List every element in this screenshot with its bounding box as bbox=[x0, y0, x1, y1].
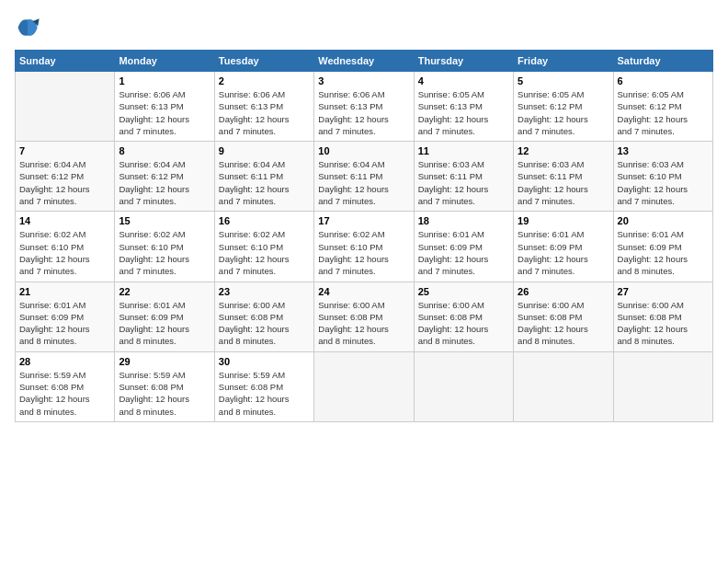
calendar-cell: 23Sunrise: 6:00 AM Sunset: 6:08 PM Dayli… bbox=[214, 282, 313, 351]
calendar-cell: 10Sunrise: 6:04 AM Sunset: 6:11 PM Dayli… bbox=[314, 142, 414, 212]
day-number: 28 bbox=[19, 356, 110, 367]
column-header-tuesday: Tuesday bbox=[214, 51, 313, 72]
day-number: 10 bbox=[318, 145, 409, 156]
calendar-cell bbox=[514, 351, 613, 421]
day-number: 4 bbox=[418, 75, 509, 86]
day-number: 29 bbox=[119, 356, 210, 367]
calendar-cell bbox=[613, 351, 712, 421]
calendar-cell: 21Sunrise: 6:01 AM Sunset: 6:09 PM Dayli… bbox=[16, 282, 115, 351]
day-number: 16 bbox=[219, 215, 310, 226]
logo bbox=[15, 15, 44, 40]
column-header-thursday: Thursday bbox=[414, 51, 513, 72]
day-number: 19 bbox=[518, 215, 609, 226]
calendar-cell: 7Sunrise: 6:04 AM Sunset: 6:12 PM Daylig… bbox=[16, 142, 115, 212]
calendar-cell: 13Sunrise: 6:03 AM Sunset: 6:10 PM Dayli… bbox=[613, 142, 712, 212]
day-info: Sunrise: 6:02 AM Sunset: 6:10 PM Dayligh… bbox=[119, 228, 210, 277]
day-number: 13 bbox=[618, 145, 709, 156]
column-header-sunday: Sunday bbox=[16, 51, 115, 72]
week-row-5: 28Sunrise: 5:59 AM Sunset: 6:08 PM Dayli… bbox=[16, 351, 713, 421]
day-info: Sunrise: 6:03 AM Sunset: 6:11 PM Dayligh… bbox=[418, 158, 509, 207]
day-info: Sunrise: 6:01 AM Sunset: 6:09 PM Dayligh… bbox=[618, 228, 709, 277]
day-number: 7 bbox=[19, 145, 110, 156]
day-number: 3 bbox=[318, 75, 409, 86]
day-number: 6 bbox=[618, 75, 709, 86]
page: SundayMondayTuesdayWednesdayThursdayFrid… bbox=[0, 0, 728, 563]
day-info: Sunrise: 6:02 AM Sunset: 6:10 PM Dayligh… bbox=[318, 228, 409, 277]
day-info: Sunrise: 6:00 AM Sunset: 6:08 PM Dayligh… bbox=[318, 299, 409, 348]
day-number: 17 bbox=[318, 215, 409, 226]
day-number: 15 bbox=[119, 215, 210, 226]
calendar-cell: 26Sunrise: 6:00 AM Sunset: 6:08 PM Dayli… bbox=[514, 282, 613, 351]
column-header-monday: Monday bbox=[115, 51, 214, 72]
week-row-3: 14Sunrise: 6:02 AM Sunset: 6:10 PM Dayli… bbox=[16, 212, 713, 282]
calendar-cell: 30Sunrise: 5:59 AM Sunset: 6:08 PM Dayli… bbox=[214, 351, 313, 421]
day-info: Sunrise: 6:00 AM Sunset: 6:08 PM Dayligh… bbox=[518, 299, 609, 348]
day-info: Sunrise: 5:59 AM Sunset: 6:08 PM Dayligh… bbox=[119, 369, 210, 418]
calendar-cell: 16Sunrise: 6:02 AM Sunset: 6:10 PM Dayli… bbox=[214, 212, 313, 282]
header bbox=[15, 15, 713, 40]
day-number: 24 bbox=[318, 286, 409, 297]
calendar-cell: 14Sunrise: 6:02 AM Sunset: 6:10 PM Dayli… bbox=[16, 212, 115, 282]
calendar-cell: 2Sunrise: 6:06 AM Sunset: 6:13 PM Daylig… bbox=[214, 72, 313, 142]
calendar-cell: 17Sunrise: 6:02 AM Sunset: 6:10 PM Dayli… bbox=[314, 212, 414, 282]
calendar-cell: 12Sunrise: 6:03 AM Sunset: 6:11 PM Dayli… bbox=[514, 142, 613, 212]
calendar-cell: 20Sunrise: 6:01 AM Sunset: 6:09 PM Dayli… bbox=[613, 212, 712, 282]
day-number: 20 bbox=[618, 215, 709, 226]
day-info: Sunrise: 5:59 AM Sunset: 6:08 PM Dayligh… bbox=[219, 369, 310, 418]
day-info: Sunrise: 6:01 AM Sunset: 6:09 PM Dayligh… bbox=[119, 299, 210, 348]
day-info: Sunrise: 6:06 AM Sunset: 6:13 PM Dayligh… bbox=[318, 88, 409, 137]
calendar-cell: 9Sunrise: 6:04 AM Sunset: 6:11 PM Daylig… bbox=[214, 142, 313, 212]
logo-icon bbox=[15, 15, 40, 40]
day-info: Sunrise: 6:00 AM Sunset: 6:08 PM Dayligh… bbox=[618, 299, 709, 348]
calendar-cell bbox=[414, 351, 513, 421]
day-number: 9 bbox=[219, 145, 310, 156]
calendar-cell: 28Sunrise: 5:59 AM Sunset: 6:08 PM Dayli… bbox=[16, 351, 115, 421]
calendar-cell bbox=[314, 351, 414, 421]
day-info: Sunrise: 6:06 AM Sunset: 6:13 PM Dayligh… bbox=[219, 88, 310, 137]
day-info: Sunrise: 6:00 AM Sunset: 6:08 PM Dayligh… bbox=[219, 299, 310, 348]
calendar-cell: 4Sunrise: 6:05 AM Sunset: 6:13 PM Daylig… bbox=[414, 72, 513, 142]
week-row-4: 21Sunrise: 6:01 AM Sunset: 6:09 PM Dayli… bbox=[16, 282, 713, 351]
day-info: Sunrise: 6:06 AM Sunset: 6:13 PM Dayligh… bbox=[119, 88, 210, 137]
day-number: 26 bbox=[518, 286, 609, 297]
calendar-cell: 1Sunrise: 6:06 AM Sunset: 6:13 PM Daylig… bbox=[115, 72, 214, 142]
day-info: Sunrise: 6:02 AM Sunset: 6:10 PM Dayligh… bbox=[19, 228, 110, 277]
calendar-cell: 15Sunrise: 6:02 AM Sunset: 6:10 PM Dayli… bbox=[115, 212, 214, 282]
day-number: 8 bbox=[119, 145, 210, 156]
day-info: Sunrise: 6:04 AM Sunset: 6:12 PM Dayligh… bbox=[19, 158, 110, 207]
calendar-cell: 29Sunrise: 5:59 AM Sunset: 6:08 PM Dayli… bbox=[115, 351, 214, 421]
column-header-wednesday: Wednesday bbox=[314, 51, 414, 72]
column-header-friday: Friday bbox=[514, 51, 613, 72]
calendar-cell: 5Sunrise: 6:05 AM Sunset: 6:12 PM Daylig… bbox=[514, 72, 613, 142]
calendar-cell: 6Sunrise: 6:05 AM Sunset: 6:12 PM Daylig… bbox=[613, 72, 712, 142]
day-info: Sunrise: 6:00 AM Sunset: 6:08 PM Dayligh… bbox=[418, 299, 509, 348]
column-header-saturday: Saturday bbox=[613, 51, 712, 72]
calendar-cell: 25Sunrise: 6:00 AM Sunset: 6:08 PM Dayli… bbox=[414, 282, 513, 351]
day-info: Sunrise: 6:01 AM Sunset: 6:09 PM Dayligh… bbox=[19, 299, 110, 348]
week-row-1: 1Sunrise: 6:06 AM Sunset: 6:13 PM Daylig… bbox=[16, 72, 713, 142]
calendar-cell: 8Sunrise: 6:04 AM Sunset: 6:12 PM Daylig… bbox=[115, 142, 214, 212]
calendar-cell: 18Sunrise: 6:01 AM Sunset: 6:09 PM Dayli… bbox=[414, 212, 513, 282]
calendar-cell: 3Sunrise: 6:06 AM Sunset: 6:13 PM Daylig… bbox=[314, 72, 414, 142]
day-number: 21 bbox=[19, 286, 110, 297]
day-info: Sunrise: 6:02 AM Sunset: 6:10 PM Dayligh… bbox=[219, 228, 310, 277]
day-info: Sunrise: 6:01 AM Sunset: 6:09 PM Dayligh… bbox=[418, 228, 509, 277]
day-number: 22 bbox=[119, 286, 210, 297]
day-number: 27 bbox=[618, 286, 709, 297]
day-info: Sunrise: 6:03 AM Sunset: 6:11 PM Dayligh… bbox=[518, 158, 609, 207]
calendar-table: SundayMondayTuesdayWednesdayThursdayFrid… bbox=[15, 50, 713, 422]
day-number: 2 bbox=[219, 75, 310, 86]
day-number: 12 bbox=[518, 145, 609, 156]
day-number: 1 bbox=[119, 75, 210, 86]
calendar-cell bbox=[16, 72, 115, 142]
day-info: Sunrise: 6:05 AM Sunset: 6:12 PM Dayligh… bbox=[518, 88, 609, 137]
day-info: Sunrise: 6:04 AM Sunset: 6:12 PM Dayligh… bbox=[119, 158, 210, 207]
week-row-2: 7Sunrise: 6:04 AM Sunset: 6:12 PM Daylig… bbox=[16, 142, 713, 212]
calendar-cell: 24Sunrise: 6:00 AM Sunset: 6:08 PM Dayli… bbox=[314, 282, 414, 351]
day-number: 25 bbox=[418, 286, 509, 297]
day-number: 30 bbox=[219, 356, 310, 367]
day-number: 23 bbox=[219, 286, 310, 297]
calendar-cell: 22Sunrise: 6:01 AM Sunset: 6:09 PM Dayli… bbox=[115, 282, 214, 351]
day-info: Sunrise: 6:05 AM Sunset: 6:12 PM Dayligh… bbox=[618, 88, 709, 137]
day-info: Sunrise: 6:01 AM Sunset: 6:09 PM Dayligh… bbox=[518, 228, 609, 277]
